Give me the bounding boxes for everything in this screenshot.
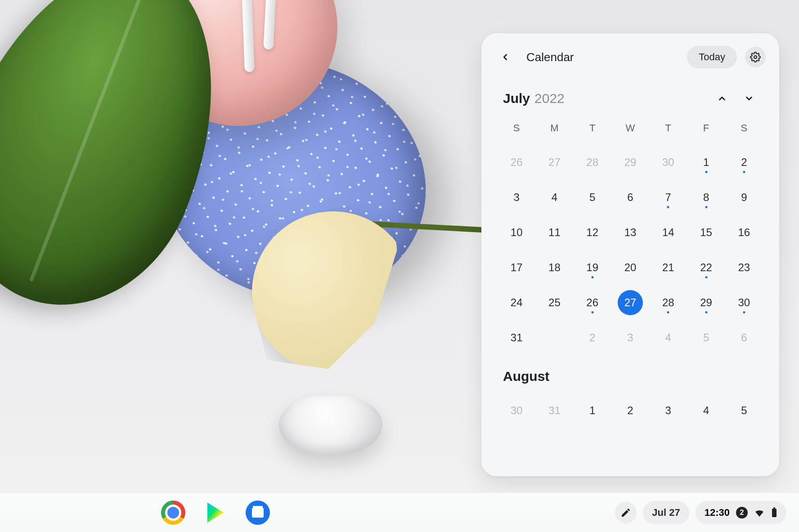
weekday-cell: S bbox=[725, 120, 763, 137]
shelf-date-button[interactable]: Jul 27 bbox=[643, 501, 689, 524]
event-dot bbox=[667, 311, 669, 313]
next-month-button[interactable] bbox=[739, 88, 759, 109]
date-cell[interactable]: 10 bbox=[498, 215, 535, 250]
date-cell[interactable]: 31 bbox=[498, 320, 535, 355]
event-dot bbox=[705, 276, 707, 278]
svg-point-0 bbox=[754, 56, 757, 58]
date-cell[interactable]: 16 bbox=[725, 215, 763, 250]
date-cell[interactable]: 1 bbox=[574, 393, 611, 428]
weekday-cell: F bbox=[687, 120, 725, 137]
date-cell[interactable]: 23 bbox=[725, 250, 763, 285]
weekday-row: SMTWTFS bbox=[498, 120, 763, 137]
date-cell[interactable]: 9 bbox=[725, 180, 763, 215]
event-dot bbox=[705, 171, 707, 173]
date-cell[interactable]: 14 bbox=[649, 215, 687, 250]
date-cell[interactable]: 3 bbox=[498, 180, 535, 215]
date-cell[interactable]: 3 bbox=[649, 393, 687, 428]
pen-icon bbox=[620, 507, 631, 518]
date-cell[interactable]: 18 bbox=[535, 250, 573, 285]
date-cell[interactable]: 4 bbox=[687, 393, 725, 428]
app-dock bbox=[161, 501, 270, 525]
files-app-icon[interactable] bbox=[246, 501, 270, 525]
weekday-cell: S bbox=[498, 120, 535, 137]
date-cell[interactable]: 5 bbox=[687, 320, 725, 355]
date-cell[interactable]: 7 bbox=[649, 180, 687, 215]
next-month-grid: 303112345 bbox=[498, 393, 763, 428]
month-grid: 2627282930123456789101112131415161718192… bbox=[498, 145, 763, 355]
event-dot bbox=[591, 311, 593, 313]
date-cell[interactable]: 17 bbox=[498, 250, 535, 285]
status-area: Jul 27 12:30 2 bbox=[615, 501, 786, 524]
date-cell[interactable]: 2 bbox=[611, 393, 649, 428]
shelf: Jul 27 12:30 2 bbox=[0, 492, 799, 532]
weekday-cell: M bbox=[535, 120, 573, 137]
play-triangle-icon bbox=[203, 501, 228, 525]
date-cell[interactable]: 6 bbox=[611, 180, 649, 215]
date-cell[interactable]: 28 bbox=[574, 145, 611, 180]
weekday-cell: T bbox=[649, 120, 687, 137]
chevron-down-icon bbox=[744, 94, 754, 103]
event-dot bbox=[705, 206, 707, 208]
wallpaper-glass-droplet bbox=[279, 396, 382, 454]
date-cell[interactable]: 5 bbox=[725, 393, 763, 428]
event-dot bbox=[705, 311, 707, 313]
event-dot bbox=[743, 171, 745, 173]
date-cell[interactable]: 4 bbox=[649, 320, 687, 355]
date-cell[interactable]: 12 bbox=[574, 215, 611, 250]
gear-icon bbox=[750, 52, 761, 63]
date-cell[interactable]: 25 bbox=[535, 285, 573, 320]
status-tray[interactable]: 12:30 2 bbox=[696, 501, 786, 524]
date-cell[interactable]: 29 bbox=[611, 145, 649, 180]
current-month: July bbox=[503, 91, 530, 106]
back-button[interactable] bbox=[495, 47, 516, 67]
date-cell[interactable]: 24 bbox=[498, 285, 535, 320]
weekday-cell: W bbox=[611, 120, 649, 137]
prev-month-button[interactable] bbox=[712, 88, 732, 109]
date-cell[interactable]: 13 bbox=[611, 215, 649, 250]
chevron-up-icon bbox=[717, 94, 727, 103]
date-cell[interactable]: 8 bbox=[687, 180, 725, 215]
date-cell[interactable]: 26 bbox=[574, 285, 611, 320]
date-cell[interactable]: 15 bbox=[687, 215, 725, 250]
date-cell[interactable]: 26 bbox=[498, 145, 535, 180]
date-cell[interactable]: 30 bbox=[649, 145, 687, 180]
event-dot bbox=[743, 311, 745, 313]
svg-rect-1 bbox=[772, 509, 777, 517]
date-cell[interactable]: 3 bbox=[611, 320, 649, 355]
shelf-date-label: Jul 27 bbox=[652, 507, 680, 519]
battery-icon bbox=[771, 507, 777, 518]
date-cell[interactable]: 19 bbox=[574, 250, 611, 285]
date-cell[interactable]: 27 bbox=[611, 285, 649, 320]
date-cell[interactable]: 30 bbox=[725, 285, 763, 320]
month-header: July 2022 bbox=[503, 88, 759, 109]
calendar-header: Calendar Today bbox=[495, 46, 766, 68]
date-cell[interactable]: 4 bbox=[535, 180, 573, 215]
chrome-app-icon[interactable] bbox=[161, 501, 185, 525]
date-cell[interactable]: 1 bbox=[687, 145, 725, 180]
date-cell[interactable]: 22 bbox=[687, 250, 725, 285]
calendar-panel: Calendar Today July 2022 SMTWTFS 2627282… bbox=[481, 33, 779, 476]
date-cell[interactable]: 2 bbox=[725, 145, 763, 180]
date-cell-empty bbox=[535, 320, 573, 355]
date-cell[interactable]: 6 bbox=[725, 320, 763, 355]
date-cell[interactable]: 21 bbox=[649, 250, 687, 285]
date-cell[interactable]: 27 bbox=[535, 145, 573, 180]
event-dot bbox=[591, 276, 593, 278]
date-cell[interactable]: 30 bbox=[498, 393, 535, 428]
play-store-app-icon[interactable] bbox=[203, 501, 228, 525]
shelf-time: 12:30 bbox=[705, 507, 730, 519]
event-dot bbox=[667, 206, 669, 208]
notification-badge: 2 bbox=[736, 507, 748, 519]
date-cell[interactable]: 28 bbox=[649, 285, 687, 320]
date-cell[interactable]: 31 bbox=[535, 393, 573, 428]
date-cell[interactable]: 5 bbox=[574, 180, 611, 215]
stylus-button[interactable] bbox=[615, 502, 637, 523]
settings-button[interactable] bbox=[745, 47, 766, 67]
date-cell[interactable]: 11 bbox=[535, 215, 573, 250]
date-cell[interactable]: 29 bbox=[687, 285, 725, 320]
today-button[interactable]: Today bbox=[687, 46, 737, 68]
date-cell[interactable]: 20 bbox=[611, 250, 649, 285]
date-cell[interactable]: 2 bbox=[574, 320, 611, 355]
svg-rect-2 bbox=[773, 507, 775, 509]
current-year: 2022 bbox=[534, 91, 565, 106]
